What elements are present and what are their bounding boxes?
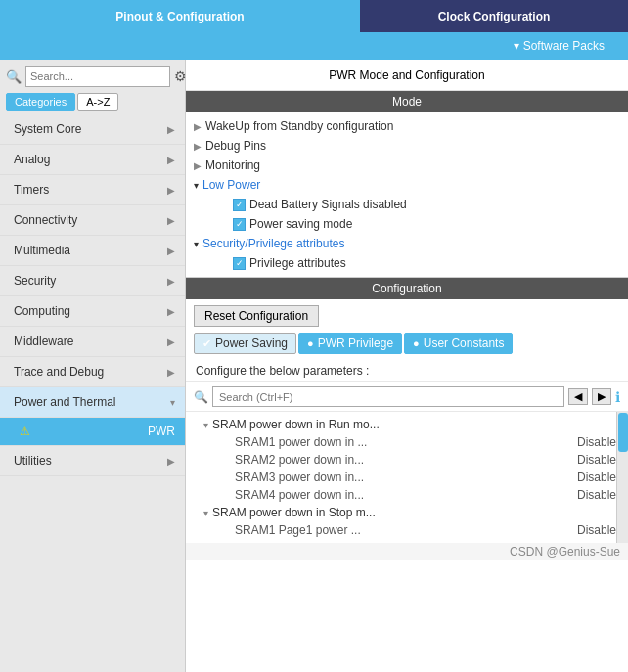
search-icon: 🔍 [6, 69, 22, 84]
sidebar-search-bar: 🔍 ⚙ [0, 60, 185, 93]
chevron-right-icon: ▶ [167, 215, 175, 226]
chevron-right-icon: ▶ [167, 246, 175, 256]
search-icon: 🔍 [194, 390, 208, 404]
search-next-button[interactable]: ▶ [592, 388, 611, 405]
chevron-right-icon: ▶ [167, 276, 175, 287]
tab-user-constants[interactable]: ● User Constants [404, 333, 513, 354]
checkbox-dead-battery[interactable]: ✓ [233, 199, 246, 211]
tree-item-low-power[interactable]: ▾ Low Power [194, 175, 620, 195]
sidebar-item-pwr[interactable]: ⚠ PWR [0, 418, 185, 446]
chevron-right-icon: ▶ [167, 306, 175, 317]
tree-item-wakeup[interactable]: ▶ WakeUp from Standby configuration [194, 116, 620, 136]
check-icon: ✔ [202, 337, 211, 350]
tree-item-security-privilege[interactable]: ▾ Security/Privilege attributes [194, 234, 620, 253]
checkbox-privilege[interactable]: ✓ [233, 257, 246, 270]
param-sram-stop[interactable]: ▾ SRAM power down in Stop m... [186, 504, 616, 521]
search-prev-button[interactable]: ◀ [568, 388, 588, 405]
sidebar-item-middleware[interactable]: Middleware ▶ [0, 327, 185, 357]
sidebar-item-security[interactable]: Security ▶ [0, 266, 185, 296]
sidebar: 🔍 ⚙ Categories A->Z System Core ▶ Analog… [0, 60, 186, 672]
content-title: PWR Mode and Configuration [186, 60, 628, 91]
tab-az[interactable]: A->Z [77, 93, 118, 111]
checkbox-power-saving[interactable]: ✓ [233, 218, 246, 231]
param-sram1-run: SRAM1 power down in ... Disable [186, 433, 616, 451]
software-packs-bar[interactable]: ▾ Software Packs [0, 32, 628, 60]
sidebar-item-trace-debug[interactable]: Trace and Debug ▶ [0, 357, 185, 387]
sidebar-search-input[interactable] [25, 66, 170, 87]
check-icon: ● [413, 337, 420, 349]
expand-icon: ▾ [194, 180, 199, 191]
chevron-right-icon: ▶ [167, 456, 175, 467]
chevron-right-icon: ▶ [167, 336, 175, 347]
params-scroll-area: ▾ SRAM power down in Run mo... SRAM1 pow… [186, 412, 628, 543]
content-area: PWR Mode and Configuration Mode ▶ WakeUp… [186, 60, 628, 672]
param-search-row: 🔍 ◀ ▶ ℹ [186, 382, 628, 412]
vertical-scrollbar[interactable] [616, 412, 628, 543]
expand-icon: ▶ [194, 160, 202, 171]
param-sram2-run: SRAM2 power down in... Disable [186, 451, 616, 469]
watermark: CSDN @Genius-Sue [186, 543, 628, 560]
chevron-right-icon: ▶ [167, 185, 175, 196]
sidebar-item-utilities[interactable]: Utilities ▶ [0, 446, 185, 476]
tree-item-power-saving-mode[interactable]: ✓ Power saving mode [194, 214, 620, 234]
expand-icon: ▶ [194, 141, 202, 152]
tab-pwr-privilege[interactable]: ● PWR Privilege [298, 333, 402, 354]
tree-item-debug[interactable]: ▶ Debug Pins [194, 136, 620, 156]
tab-power-saving[interactable]: ✔ Power Saving [194, 333, 296, 354]
param-sram-run[interactable]: ▾ SRAM power down in Run mo... [186, 416, 616, 433]
expand-icon: ▶ [194, 121, 202, 132]
sidebar-item-power-thermal[interactable]: Power and Thermal ▾ [0, 387, 185, 418]
sidebar-items: System Core ▶ Analog ▶ Timers ▶ Connecti… [0, 114, 185, 672]
tree-item-privilege-attrs[interactable]: ✓ Privilege attributes [194, 253, 620, 273]
sidebar-item-multimedia[interactable]: Multimedia ▶ [0, 236, 185, 266]
param-sram4-run: SRAM4 power down in... Disable [186, 486, 616, 504]
tree-item-dead-battery[interactable]: ✓ Dead Battery Signals disabled [194, 195, 620, 214]
chevron-right-icon: ▶ [167, 155, 175, 165]
clock-config-title: Clock Configuration [360, 0, 628, 32]
chevron-right-icon: ▶ [167, 124, 175, 135]
scrollbar-thumb[interactable] [618, 413, 628, 452]
sidebar-item-analog[interactable]: Analog ▶ [0, 145, 185, 175]
configure-label: Configure the below parameters : [186, 360, 628, 382]
sidebar-item-timers[interactable]: Timers ▶ [0, 175, 185, 205]
chevron-right-icon: ▶ [167, 367, 175, 378]
tab-categories[interactable]: Categories [6, 93, 75, 111]
tree-item-monitoring[interactable]: ▶ Monitoring [194, 156, 620, 175]
param-search-input[interactable] [212, 386, 564, 407]
config-tabs-row: ✔ Power Saving ● PWR Privilege ● User Co… [186, 333, 628, 360]
software-packs-chevron: ▾ [514, 39, 519, 53]
expand-icon: ▾ [203, 420, 208, 430]
expand-icon: ▾ [194, 239, 199, 249]
config-section: Configuration Reset Configuration ✔ Powe… [186, 277, 628, 543]
mode-tree: ▶ WakeUp from Standby configuration ▶ De… [186, 112, 628, 277]
param-list: ▾ SRAM power down in Run mo... SRAM1 pow… [186, 412, 616, 543]
sidebar-item-system-core[interactable]: System Core ▶ [0, 114, 185, 145]
software-packs-label: Software Packs [523, 39, 605, 53]
chevron-down-icon: ▾ [170, 397, 175, 408]
expand-icon: ▾ [203, 508, 208, 518]
sidebar-item-computing[interactable]: Computing ▶ [0, 296, 185, 327]
check-icon: ● [307, 337, 314, 349]
config-header: Configuration [186, 278, 628, 299]
sidebar-item-connectivity[interactable]: Connectivity ▶ [0, 205, 185, 236]
mode-header: Mode [186, 91, 628, 112]
reset-config-button[interactable]: Reset Configuration [194, 305, 319, 327]
pinout-config-title: Pinout & Configuration [0, 0, 360, 32]
warning-icon: ⚠ [20, 425, 30, 438]
param-sram1-stop: SRAM1 Page1 power ... Disable [186, 521, 616, 539]
param-sram3-run: SRAM3 power down in... Disable [186, 469, 616, 486]
sidebar-tab-bar: Categories A->Z [0, 93, 185, 114]
info-icon[interactable]: ℹ [615, 389, 620, 405]
